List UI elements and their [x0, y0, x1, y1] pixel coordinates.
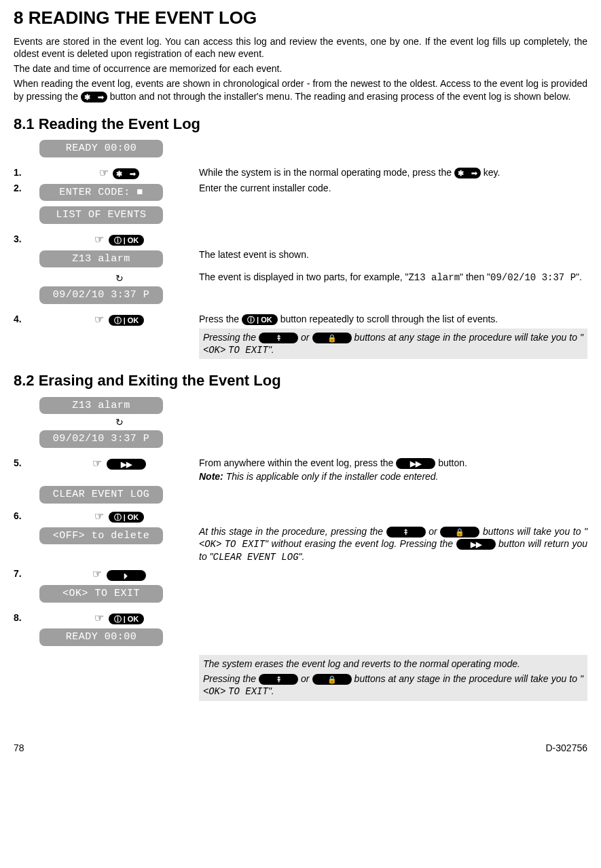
star-key-button[interactable]: ✱➟ — [81, 92, 107, 102]
lcd-off-to-delete: <OFF> to delete — [39, 527, 163, 545]
lcd-ok-to-exit: <OK> TO EXIT — [39, 585, 163, 603]
step5-note-rest: This is applicable only if the installer… — [223, 471, 439, 482]
intro-para-3: When reading the event log, events are s… — [14, 77, 587, 102]
step1-text-b: key. — [484, 167, 500, 178]
alternating-icon: ↻ — [39, 272, 199, 284]
step2-text: Enter the current installer code. — [199, 182, 587, 204]
final-note2-mid: or — [301, 673, 312, 684]
lcd-list-of-events: LIST OF EVENTS — [39, 206, 163, 224]
step3b-a: The event is displayed in two parts, for… — [199, 271, 408, 282]
star-key-button[interactable]: ✱➟ — [113, 168, 139, 179]
intro-para-2: The date and time of occurrence are memo… — [14, 62, 587, 75]
final-note2-exit: TO EXIT — [228, 686, 268, 697]
section-8-1-title: 8.1 Reading the Event Log — [14, 115, 587, 134]
final-note2-c: > — [220, 685, 228, 696]
step1-text-a: While the system is in the normal operat… — [199, 167, 454, 178]
note-a: Pressing the — [203, 332, 259, 343]
lcd-z13-alarm: Z13 alarm — [39, 397, 163, 415]
step3b-b: ". — [576, 271, 582, 282]
note-c: > — [220, 344, 228, 355]
tool-icon: ➟ — [94, 92, 107, 102]
tool-icon: ➟ — [468, 168, 481, 178]
ok-button[interactable]: ⓘ | OK — [109, 315, 145, 326]
section-8-2-title: 8.2 Erasing and Exiting the Event Log — [14, 371, 587, 391]
step5-a: From anywhere within the event log, pres… — [199, 457, 396, 468]
home-button[interactable]: 🔒 — [312, 674, 352, 685]
intro-para-1: Events are stored in the event log. You … — [14, 35, 587, 60]
star-icon: ✱ — [113, 168, 126, 179]
ff-button[interactable]: ▶▶ — [456, 539, 496, 550]
ff-button[interactable]: ▶▶ — [396, 458, 435, 469]
step4-a: Press the — [199, 314, 242, 324]
step6-a: At this stage in the procedure, pressing… — [199, 526, 386, 537]
step6-d: " without erasing the event log. Pressin… — [265, 538, 456, 549]
step-2-number: 2. — [14, 182, 39, 204]
lcd-date: 09/02/10 3:37 P — [39, 430, 163, 448]
final-note2-end: ". — [268, 685, 274, 696]
final-note2-ok: OK — [208, 686, 220, 697]
step3-text: The latest event is shown. — [199, 248, 587, 270]
hand-point-icon: ☞ — [94, 233, 104, 245]
ok-button[interactable]: ⓘ | OK — [242, 314, 278, 325]
note-exit: TO EXIT — [228, 345, 268, 356]
step6-mid: or — [429, 526, 440, 537]
step-6-number: 6. — [14, 510, 39, 524]
step-1-number: 1. — [14, 166, 39, 181]
step-5-number: 5. — [14, 457, 39, 483]
alternating-icon: ↻ — [39, 416, 199, 428]
ff-button[interactable]: ▶▶ — [107, 459, 146, 470]
final-note2-a: Pressing the — [203, 673, 259, 684]
lcd-date: 09/02/10 3:37 P — [39, 286, 163, 304]
final-note-1: The system erases the event log and reve… — [203, 658, 583, 670]
step6-c: > — [216, 538, 225, 549]
away-button[interactable]: ⤉ — [259, 333, 298, 343]
step5-note-bold: Note: — [199, 471, 223, 482]
note-end: ". — [268, 344, 274, 355]
hand-point-icon: ☞ — [94, 612, 104, 624]
step-7-number: 7. — [14, 567, 39, 582]
hand-point-icon: ☞ — [92, 457, 102, 469]
intro-3b: button and not through the installer's m… — [110, 91, 571, 102]
final-note: The system erases the event log and reve… — [199, 655, 587, 701]
lcd-ready: READY 00:00 — [39, 628, 163, 646]
step6-clear: CLEAR EVENT LOG — [213, 552, 299, 563]
lcd-clear-event-log: CLEAR EVENT LOG — [39, 486, 163, 504]
doc-id: D-302756 — [546, 742, 588, 754]
step4-b: button repeatedly to scroll through the … — [280, 314, 498, 324]
note-mid: or — [301, 332, 312, 343]
hand-point-icon: ☞ — [94, 510, 104, 522]
step3b-code1: Z13 alarm — [408, 272, 460, 283]
step-3-number: 3. — [14, 233, 39, 247]
hand-point-icon: ☞ — [92, 568, 102, 580]
step-8-number: 8. — [14, 611, 39, 626]
step-4-number: 4. — [14, 313, 39, 327]
away-button[interactable]: ⤉ — [259, 674, 298, 685]
ok-button[interactable]: ⓘ | OK — [109, 614, 145, 624]
ok-button[interactable]: ⓘ | OK — [109, 512, 145, 523]
page-number: 78 — [14, 742, 24, 754]
step5-b: button. — [438, 457, 467, 468]
step3b-mid: " then " — [460, 271, 490, 282]
lcd-enter-code: ENTER CODE: ■ — [39, 184, 163, 202]
star-key-button[interactable]: ✱➟ — [454, 168, 481, 178]
hand-point-icon: ☞ — [99, 167, 109, 178]
lcd-ready: READY 00:00 — [39, 140, 163, 157]
star-icon: ✱ — [454, 168, 467, 178]
away-button[interactable]: ⤉ — [386, 527, 426, 537]
home-button[interactable]: 🔒 — [440, 527, 479, 537]
star-icon: ✱ — [81, 92, 94, 102]
home-button[interactable]: 🔒 — [312, 333, 352, 343]
step4-note: Pressing the ⤉ or 🔒 buttons at any stage… — [199, 328, 587, 359]
step6-exit: TO EXIT — [225, 539, 265, 550]
disarm-button[interactable]: ⏵ — [107, 570, 146, 581]
page-title: 8 READING THE EVENT LOG — [14, 7, 587, 30]
step6-ok: OK — [204, 539, 216, 550]
step6-f: ". — [299, 551, 305, 562]
step3b-code2: 09/02/10 3:37 P — [490, 272, 576, 283]
lcd-z13-alarm: Z13 alarm — [39, 250, 163, 268]
tool-icon: ➟ — [126, 168, 139, 179]
ok-button[interactable]: ⓘ | OK — [109, 235, 145, 246]
hand-point-icon: ☞ — [94, 314, 104, 325]
note-ok: OK — [208, 345, 220, 356]
